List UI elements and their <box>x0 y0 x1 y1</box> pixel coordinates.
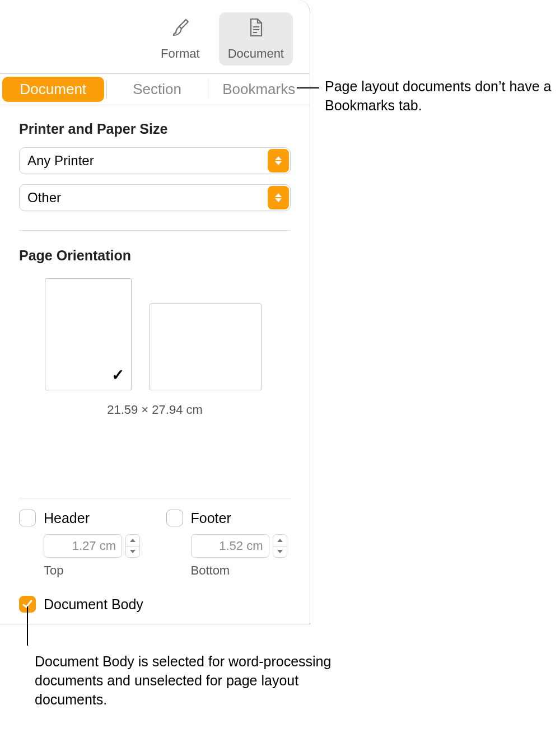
stepper-down-icon <box>273 546 287 558</box>
header-top-stepper[interactable] <box>125 534 140 558</box>
orientation-portrait[interactable]: ✓ <box>45 278 132 390</box>
header-checkbox[interactable] <box>19 510 36 526</box>
paper-size-select[interactable]: Other <box>19 184 291 211</box>
callout-bookmarks: Page layout documents don’t have a Bookm… <box>325 77 554 115</box>
footer-label: Footer <box>191 510 231 526</box>
callout-line <box>27 606 28 646</box>
orientation-landscape[interactable] <box>150 304 262 390</box>
tab-document[interactable]: Document <box>2 77 104 102</box>
page-size-text: 21.59 × 27.94 cm <box>19 403 291 417</box>
footer-bottom-stepper[interactable] <box>273 534 287 558</box>
footer-bottom-field[interactable]: 1.52 cm <box>191 534 269 558</box>
printer-value: Any Printer <box>27 153 94 169</box>
stepper-up-icon <box>273 535 287 546</box>
format-label: Format <box>161 46 200 61</box>
callout-document-body: Document Body is selected for word-proce… <box>35 652 348 709</box>
inspector-tabs: Document Section Bookmarks <box>0 74 310 105</box>
divider <box>19 498 291 498</box>
printer-paper-heading: Printer and Paper Size <box>19 121 291 137</box>
inspector-panel: Format Document Document Section Bookmar… <box>0 0 310 624</box>
header-top-field[interactable]: 1.27 cm <box>44 534 122 558</box>
tab-section[interactable]: Section <box>106 74 208 105</box>
stepper-down-icon <box>126 546 139 558</box>
orientation-heading: Page Orientation <box>19 248 291 264</box>
header-label: Header <box>44 510 90 526</box>
document-button[interactable]: Document <box>219 12 293 66</box>
bottom-sublabel: Bottom <box>191 563 291 578</box>
check-icon: ✓ <box>111 366 124 384</box>
top-sublabel: Top <box>44 563 144 578</box>
footer-checkbox[interactable] <box>166 510 183 526</box>
stepper-up-icon <box>126 535 139 546</box>
tab-bookmarks[interactable]: Bookmarks <box>208 74 310 105</box>
footer-bottom-value: 1.52 cm <box>219 539 263 553</box>
divider <box>19 230 291 231</box>
paintbrush-icon <box>170 17 190 41</box>
format-button[interactable]: Format <box>152 12 209 66</box>
printer-select[interactable]: Any Printer <box>19 147 291 174</box>
callout-line <box>297 87 319 88</box>
header-top-value: 1.27 cm <box>72 539 116 553</box>
inspector-body: Printer and Paper Size Any Printer Other… <box>0 105 310 624</box>
document-label: Document <box>228 46 284 61</box>
document-body-label: Document Body <box>44 596 143 613</box>
updown-icon <box>268 149 289 172</box>
toolbar: Format Document <box>0 0 310 74</box>
document-icon <box>246 17 266 41</box>
paper-value: Other <box>27 190 61 206</box>
updown-icon <box>268 186 289 209</box>
